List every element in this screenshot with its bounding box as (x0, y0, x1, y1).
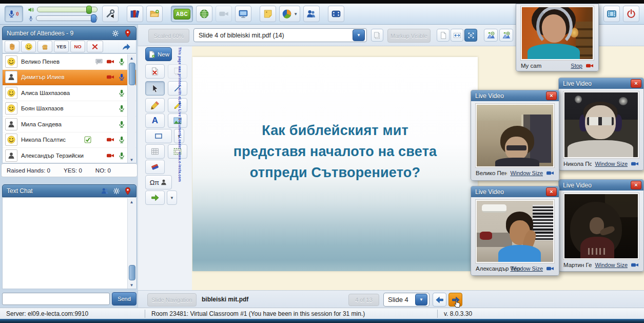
pointer-arrow-button[interactable] (145, 191, 165, 205)
window-size-link[interactable]: Window Size (595, 262, 628, 268)
chat-users-icon[interactable] (101, 187, 109, 195)
gear-icon[interactable] (111, 29, 120, 37)
slide-navigation-button[interactable]: Slide Navigation (147, 293, 197, 307)
markup-visible-button[interactable]: Markup Visible (387, 29, 431, 43)
clear-status-button[interactable] (87, 41, 103, 52)
zoom-in-button[interactable] (499, 29, 513, 42)
audio-settings-button[interactable] (102, 6, 119, 22)
share-arrow-icon[interactable] (122, 42, 131, 51)
notes-button[interactable] (260, 6, 276, 22)
microphone-button[interactable] (5, 6, 23, 22)
scroll-down-arrow[interactable]: ▼ (128, 281, 135, 289)
live-video-window-martin[interactable]: Live Video × Мартин Георгиев Window Size (558, 179, 644, 272)
mic-volume-thumb[interactable] (91, 14, 96, 23)
speaker-volume-slider[interactable] (37, 7, 97, 12)
scroll-up-arrow[interactable]: ▲ (128, 54, 135, 62)
copy-page-button[interactable] (168, 64, 187, 79)
close-icon[interactable]: × (546, 187, 557, 196)
close-icon[interactable]: × (631, 181, 641, 189)
dropdown-arrow-button[interactable]: ▼ (415, 294, 427, 306)
content-folder-button[interactable] (146, 6, 163, 22)
previous-slide-button[interactable] (433, 293, 446, 307)
attendee-row-2[interactable]: Алиса Шахпазова (3, 85, 136, 101)
slide-title: Как библейският мит представя началото н… (192, 120, 478, 183)
live-video-window-nikola[interactable]: Live Video × Никола Псалтис Window Size (558, 78, 644, 170)
page-properties-button[interactable] (371, 29, 383, 42)
new-page-button[interactable]: New (145, 47, 172, 61)
gear-icon[interactable] (112, 187, 121, 195)
scroll-down-arrow[interactable]: ▼ (128, 156, 135, 163)
recordings-button[interactable] (603, 6, 620, 22)
slide-selector-dropdown[interactable]: Slide 4 of bibleiski mit.pdf (14) ▼ (193, 28, 367, 42)
webcam-button[interactable] (216, 6, 232, 22)
my-cam-window[interactable]: My cam Stop (516, 4, 599, 71)
attendee-manager-button[interactable] (303, 6, 320, 22)
pointer-dropdown-button[interactable]: ▼ (167, 191, 177, 205)
capture-tool-button[interactable] (168, 144, 187, 159)
window-size-link[interactable]: Window Size (595, 161, 628, 167)
raise-hand-button[interactable] (5, 41, 19, 52)
attendees-panel-header[interactable]: Number of Attendees - 9 (2, 26, 136, 40)
speaker-volume-thumb[interactable] (86, 6, 92, 14)
scroll-thumb[interactable] (129, 63, 135, 85)
window-size-link[interactable]: Window Size (510, 265, 543, 272)
eraser-tool-button[interactable] (145, 160, 165, 174)
math-symbols-button[interactable]: Ωπ (145, 175, 172, 189)
select-tool-button[interactable] (145, 81, 165, 96)
delete-page-button[interactable] (145, 64, 165, 79)
attendee-row-5[interactable]: Никола Псалтис (3, 132, 136, 148)
shape-tool-button[interactable] (145, 129, 172, 143)
attendee-list-scrollbar[interactable]: ▲ ▼ (127, 54, 135, 163)
close-icon[interactable]: × (546, 91, 557, 100)
attendee-row-0[interactable]: Велико Пенев (3, 54, 136, 70)
scroll-thumb[interactable] (129, 265, 135, 280)
line-tool-button[interactable] (168, 81, 187, 96)
scaled-zoom-button[interactable]: Scaled 60% (148, 29, 189, 43)
pin-icon[interactable] (124, 29, 132, 37)
library-button[interactable] (127, 6, 143, 22)
stop-link[interactable]: Stop (571, 63, 582, 69)
live-video-titlebar[interactable]: Live Video × (471, 186, 559, 197)
attendee-row-4[interactable]: Мила Сандева (3, 117, 136, 132)
attendee-row-6[interactable]: Александър Терзийски (3, 148, 136, 163)
fit-page-button[interactable] (464, 29, 477, 42)
polls-button[interactable]: ▼ (279, 6, 300, 22)
fit-width-button[interactable] (451, 29, 463, 42)
exit-button[interactable] (623, 6, 639, 22)
dropdown-arrow-button[interactable]: ▼ (353, 29, 365, 41)
web-browser-button[interactable] (196, 6, 212, 22)
scroll-up-arrow[interactable]: ▲ (128, 198, 135, 205)
zoom-out-button[interactable] (484, 29, 498, 42)
clap-button[interactable] (37, 41, 52, 52)
live-video-titlebar[interactable]: Live Video × (559, 180, 643, 191)
live-video-window-alexander[interactable]: Live Video × Александър Терзийски Window… (471, 186, 559, 276)
pin-icon[interactable] (124, 187, 132, 195)
pencil-tool-button[interactable] (145, 98, 165, 112)
activities-button[interactable] (328, 6, 344, 22)
chat-message-area[interactable]: ▲ ▼ (2, 197, 136, 289)
smiley-button[interactable] (21, 41, 36, 52)
close-icon[interactable]: × (631, 79, 641, 88)
live-video-window-veliko[interactable]: Live Video × Велико Пенев Window Size (471, 90, 559, 181)
attendee-row-1[interactable]: Димитър Илиев (3, 70, 136, 86)
highlighter-tool-button[interactable] (168, 98, 187, 112)
mic-volume-slider[interactable] (36, 15, 97, 21)
live-video-titlebar[interactable]: Live Video × (559, 78, 643, 89)
text-tool-button[interactable]: A (145, 113, 165, 128)
send-button[interactable]: Send (112, 292, 136, 306)
chat-input[interactable] (2, 293, 110, 305)
chat-panel-header[interactable]: Text Chat (2, 184, 136, 197)
no-button[interactable]: NO (70, 41, 85, 52)
screen-share-button[interactable] (235, 6, 251, 22)
image-tool-button[interactable] (168, 113, 187, 128)
chat-scrollbar[interactable]: ▲ ▼ (127, 198, 135, 289)
actual-size-button[interactable] (437, 29, 450, 42)
slide-number-dropdown[interactable]: Slide 4 ▼ (383, 293, 430, 307)
grid-tool-button[interactable] (145, 144, 165, 159)
slide-page[interactable]: Как библейският мит представя началото н… (192, 57, 478, 271)
yes-button[interactable]: YES (54, 41, 69, 52)
live-video-titlebar[interactable]: Live Video × (471, 90, 559, 101)
window-size-link[interactable]: Window Size (510, 170, 543, 176)
attendee-row-3[interactable]: Боян Шахпазов (3, 101, 136, 117)
whiteboard-abc-button[interactable]: ABC (171, 6, 193, 22)
